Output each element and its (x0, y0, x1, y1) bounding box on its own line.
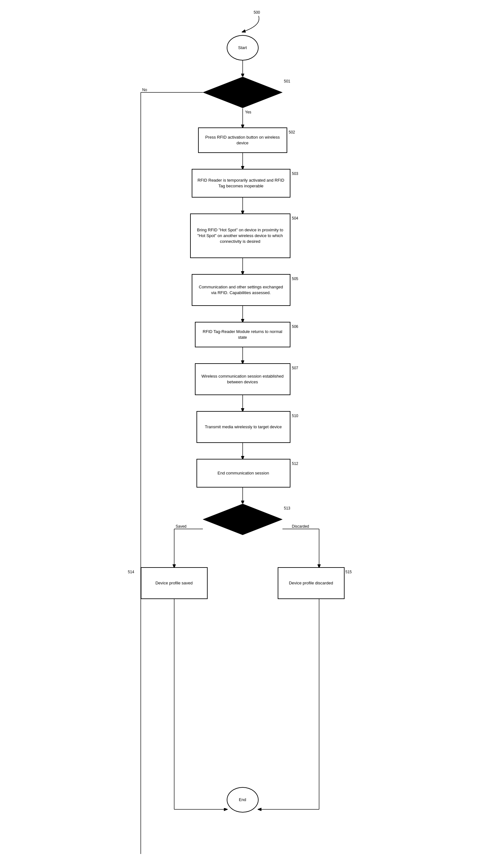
n513-number: 513 (284, 506, 290, 510)
step-515: Device profile discarded (278, 567, 345, 599)
n514-number: 514 (128, 570, 134, 574)
step-503: RFID Reader is temporarily activated and… (192, 169, 290, 197)
step-507: Wireless communication session establish… (195, 363, 290, 395)
saved-label: Saved (176, 524, 187, 529)
step-504: Bring RFID "Hot Spot" on device in proxi… (190, 214, 290, 258)
step-510: Transmit media wirelessly to target devi… (196, 411, 290, 443)
decision-513: Save device profile? (203, 503, 283, 535)
n512-number: 512 (292, 461, 298, 466)
end-node: End (227, 787, 259, 812)
n501-number: 501 (284, 79, 290, 84)
n502-number: 502 (289, 130, 295, 134)
step-506: RFID Tag-Reader Module returns to normal… (195, 322, 290, 347)
n503-number: 503 (292, 172, 298, 176)
flowchart-container: 500 Start Incoming or playing media? 501… (122, 6, 364, 860)
diagram-number: 500 (254, 10, 260, 15)
step-514: Device profile saved (141, 567, 207, 599)
no-label: No (142, 88, 147, 92)
start-node: Start (227, 35, 259, 61)
decision-501: Incoming or playing media? (203, 76, 283, 108)
n506-number: 506 (292, 324, 298, 329)
n510-number: 510 (292, 413, 298, 418)
discarded-label: Discarded (292, 524, 309, 529)
step-502: Press RFID activation button on wireless… (198, 127, 287, 153)
n504-number: 504 (292, 216, 298, 220)
n515-number: 515 (346, 570, 352, 574)
yes-label: Yes (245, 110, 252, 114)
n507-number: 507 (292, 366, 298, 370)
n505-number: 505 (292, 277, 298, 281)
step-505: Communication and other settings exchang… (192, 274, 290, 306)
step-512: End communication session (196, 459, 290, 488)
